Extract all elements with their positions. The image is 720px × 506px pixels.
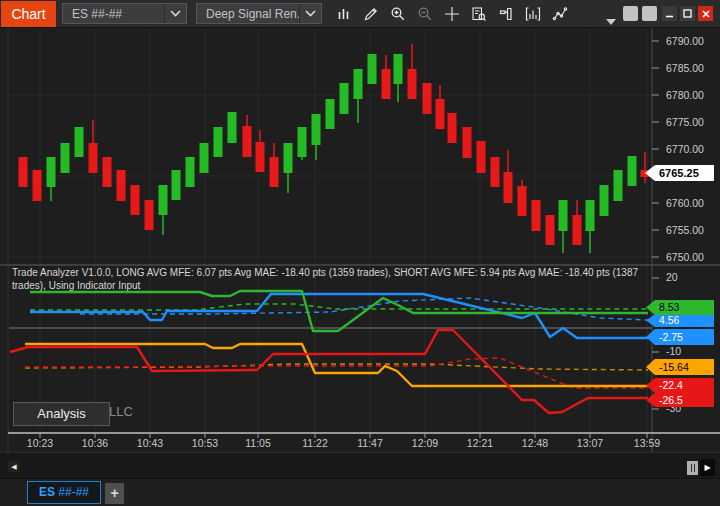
pencil-icon[interactable] — [357, 2, 384, 26]
analysis-button[interactable]: Analysis — [13, 402, 110, 426]
crosshair-icon[interactable] — [438, 2, 465, 26]
minimize-button[interactable] — [662, 6, 677, 21]
bartype-selector[interactable]: Deep Signal Ren... — [196, 3, 322, 24]
tab-label-suffix: ##-## — [55, 485, 89, 499]
add-tab-button[interactable]: + — [105, 483, 124, 504]
chart-trader-icon[interactable] — [492, 2, 519, 26]
tab-es-instrument[interactable]: ES ##-## — [27, 481, 101, 504]
scroll-right-arrow-icon[interactable]: ▶ — [700, 459, 715, 476]
chart-plot-area[interactable] — [8, 28, 652, 433]
chevron-down-icon[interactable] — [299, 4, 321, 23]
chart-window: Chart ES ##-## Deep Signal Ren... — [0, 0, 720, 506]
tab-bar: ES ##-## + — [0, 478, 720, 506]
zoom-in-icon[interactable] — [384, 2, 411, 26]
chevron-down-icon[interactable] — [164, 4, 186, 23]
data-box-icon[interactable] — [465, 2, 492, 26]
zoom-out-icon[interactable] — [411, 2, 438, 26]
instrument-label: ES ##-## — [63, 7, 164, 21]
pane-button-1[interactable] — [623, 6, 638, 21]
tab-label-prefix: ES — [39, 485, 55, 499]
scroll-left-arrow-icon[interactable]: ◀ — [8, 461, 20, 472]
drawing-tool-icon[interactable] — [546, 2, 573, 26]
scrollbar-thumb[interactable] — [687, 461, 698, 475]
window-type-tab[interactable]: Chart — [1, 1, 56, 27]
maximize-button[interactable] — [680, 6, 695, 21]
bar-period-icon[interactable] — [519, 2, 546, 26]
toolbar-overflow-chevron-icon[interactable] — [606, 11, 616, 29]
horizontal-scrollbar[interactable]: ◀ ▶ — [0, 452, 720, 478]
chart-bars-icon[interactable] — [330, 2, 357, 26]
instrument-selector[interactable]: ES ##-## — [62, 3, 187, 24]
bartype-label: Deep Signal Ren... — [197, 7, 299, 21]
pane-button-2[interactable] — [642, 6, 657, 21]
price-axis-area[interactable] — [652, 28, 720, 452]
toolbar — [330, 0, 573, 28]
titlebar: Chart ES ##-## Deep Signal Ren... — [0, 0, 720, 28]
close-button[interactable] — [698, 6, 713, 21]
